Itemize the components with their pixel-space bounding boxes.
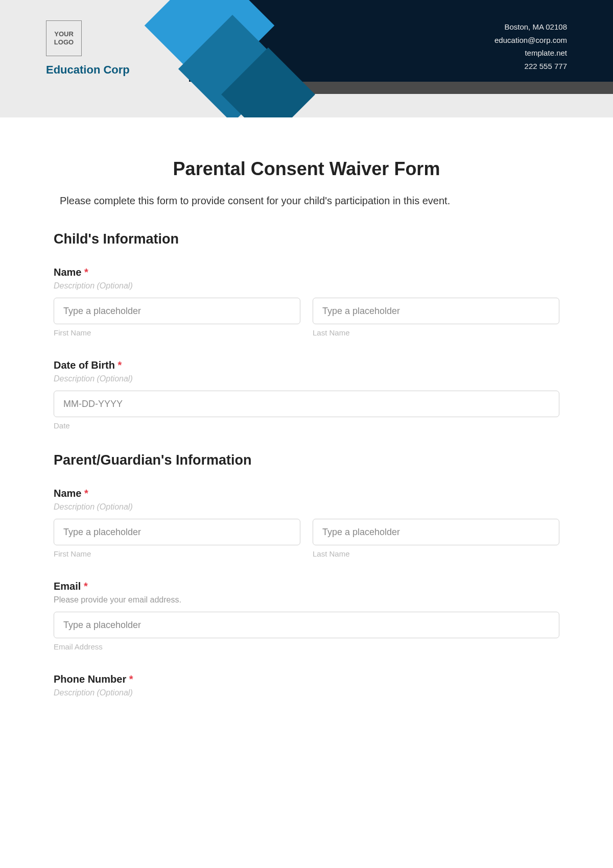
contact-phone: 222 555 777 (494, 60, 567, 73)
sub-label: Email Address (54, 642, 559, 651)
parent-last-name-input[interactable] (313, 519, 559, 545)
section-title-parent: Parent/Guardian's Information (54, 452, 559, 468)
label-text: Name (54, 267, 81, 278)
section-title-child: Child's Information (54, 231, 559, 247)
contact-block: Boston, MA 02108 education@corp.com temp… (494, 20, 567, 73)
label-text: Phone Number (54, 673, 126, 685)
field-child-name: Name * Description (Optional) First Name… (54, 267, 559, 337)
child-last-name-input[interactable] (313, 298, 559, 324)
field-parent-email: Email * Please provide your email addres… (54, 581, 559, 651)
field-label: Name * (54, 267, 559, 278)
logo-placeholder: YOUR LOGO (46, 20, 82, 56)
sub-label: Last Name (313, 328, 559, 337)
sub-label: Date (54, 421, 559, 430)
required-marker: * (129, 673, 133, 685)
field-label: Email * (54, 581, 559, 592)
field-description: Description (Optional) (54, 374, 559, 383)
label-text: Name (54, 488, 81, 499)
field-child-dob: Date of Birth * Description (Optional) D… (54, 359, 559, 430)
field-label: Date of Birth * (54, 359, 559, 371)
field-label: Name * (54, 488, 559, 499)
child-first-name-input[interactable] (54, 298, 300, 324)
field-description: Description (Optional) (54, 688, 559, 697)
required-marker: * (118, 359, 122, 371)
header-banner: YOUR LOGO Education Corp Boston, MA 0210… (0, 0, 613, 117)
required-marker: * (84, 581, 88, 592)
contact-website: template.net (494, 46, 567, 60)
sub-label: First Name (54, 328, 300, 337)
child-dob-input[interactable] (54, 391, 559, 417)
contact-address: Boston, MA 02108 (494, 20, 567, 34)
required-marker: * (84, 488, 88, 499)
field-description: Description (Optional) (54, 502, 559, 512)
parent-email-input[interactable] (54, 612, 559, 638)
label-text: Email (54, 581, 81, 592)
field-description: Description (Optional) (54, 281, 559, 291)
field-description: Please provide your email address. (54, 595, 559, 605)
field-parent-phone: Phone Number * Description (Optional) (54, 673, 559, 697)
logo-text: YOUR LOGO (54, 30, 74, 46)
logo-block: YOUR LOGO Education Corp (46, 20, 130, 77)
field-label: Phone Number * (54, 673, 559, 685)
parent-first-name-input[interactable] (54, 519, 300, 545)
sub-label: Last Name (313, 549, 559, 558)
label-text: Date of Birth (54, 359, 115, 371)
form-content: Parental Consent Waiver Form Please comp… (0, 117, 613, 740)
company-name: Education Corp (46, 63, 130, 77)
form-intro: Please complete this form to provide con… (54, 195, 559, 207)
form-title: Parental Consent Waiver Form (54, 158, 559, 180)
contact-email: education@corp.com (494, 34, 567, 47)
field-parent-name: Name * Description (Optional) First Name… (54, 488, 559, 558)
sub-label: First Name (54, 549, 300, 558)
required-marker: * (84, 267, 88, 278)
